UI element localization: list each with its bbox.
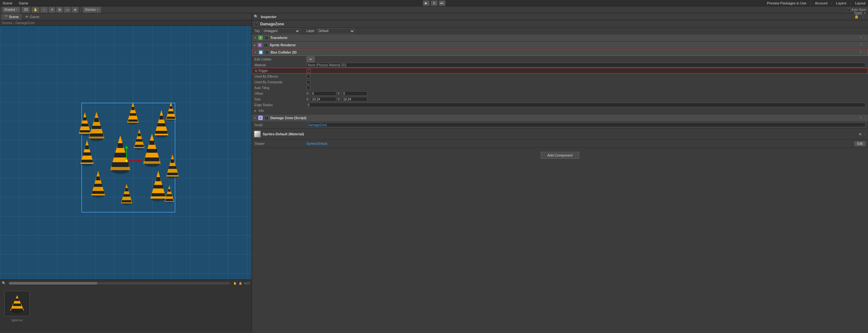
svg-marker-24	[155, 131, 168, 134]
transform-icon: T	[258, 35, 263, 40]
layers-menu[interactable]: Layers	[835, 1, 848, 5]
is-trigger-checkbox[interactable]	[307, 69, 311, 72]
transform-help-btn[interactable]: ?	[860, 36, 862, 40]
info-row[interactable]: ▶ Info	[252, 108, 868, 114]
pause-button[interactable]: ⏸	[431, 0, 438, 6]
offset-x-input[interactable]	[311, 91, 336, 96]
size-y-input[interactable]	[342, 97, 367, 101]
static-dropdown[interactable]: ▼	[864, 12, 866, 14]
edge-radius-input[interactable]	[306, 103, 865, 107]
rotate-tool[interactable]: ↺	[49, 7, 56, 13]
offset-y-input[interactable]	[342, 91, 367, 96]
layer-select[interactable]: Default	[317, 29, 355, 34]
rect-tool[interactable]: ▭	[64, 7, 71, 13]
gizmos-dropdown[interactable]: Gizmos ▼	[83, 7, 101, 13]
panel-lock-btn[interactable]: ⋮	[245, 14, 250, 19]
damage-zone-expand-icon: ▼	[254, 117, 256, 119]
damage-zone-help-btn[interactable]: ?	[860, 116, 862, 120]
dimension-toggle[interactable]: 2D	[22, 7, 30, 13]
used-by-composite-row: Used By Composite	[252, 79, 868, 85]
damage-zone-body: Script DamageZone	[252, 121, 868, 128]
box-collider-2d-header[interactable]: ▼ ⬜ Box Collider 2D ? ⋮	[252, 49, 868, 56]
svg-marker-10	[149, 141, 155, 145]
svg-marker-84	[11, 309, 23, 310]
transform-enabled-checkbox[interactable]	[265, 36, 269, 40]
shading-arrow: ▼	[16, 8, 18, 11]
scene-bottom-bar: 🔍 ✋ 🔒 ⊕23	[0, 279, 252, 286]
material-thumb	[254, 130, 261, 138]
preview-packages-menu[interactable]: Preview Packages in Use	[766, 1, 808, 5]
svg-marker-69	[166, 117, 175, 119]
transform-component-header[interactable]: ▼ T Transform ? ⋮	[252, 34, 868, 41]
sprite-renderer-expand-icon: ▶	[254, 44, 256, 47]
shader-edit-btn[interactable]: Edit	[855, 141, 865, 146]
move-tool[interactable]: ✋	[31, 7, 40, 13]
object-enabled-checkbox[interactable]	[254, 22, 258, 26]
script-ref[interactable]: DamageZone	[306, 123, 865, 127]
damage-zone-menu-btn[interactable]: ⋮	[863, 116, 866, 120]
transform-tool[interactable]: ⊕	[72, 7, 79, 13]
auto-tiling-row: Auto Tiling	[252, 85, 868, 91]
svg-marker-49	[81, 160, 93, 162]
account-menu[interactable]: Account	[813, 1, 829, 5]
viewport[interactable]	[0, 26, 252, 279]
svg-marker-4	[114, 153, 127, 157]
svg-marker-16	[94, 118, 99, 122]
sprite-renderer-title: Sprite Renderer	[270, 43, 296, 47]
menu-scene[interactable]: Scene	[1, 1, 13, 5]
material-component-title: Sprites-Default (Material)	[263, 132, 304, 136]
top-menubar: Scene Game ▶ ⏸ ⏭ Preview Packages in Use…	[0, 0, 868, 6]
tag-select[interactable]: Untagged	[262, 29, 300, 34]
svg-marker-44	[167, 173, 178, 175]
damage-zone-enabled-checkbox[interactable]	[265, 116, 269, 120]
material-component-right: ◉ ⋮	[859, 132, 866, 135]
shader-value[interactable]: Sprites/Default	[306, 142, 853, 145]
damage-zone-header[interactable]: ▼ # Damage Zone (Script) ? ⋮	[252, 114, 868, 121]
layer-label: Layer	[306, 29, 314, 33]
static-label: Static	[854, 11, 863, 15]
step-button[interactable]: ⏭	[439, 0, 445, 6]
add-component-btn[interactable]: Add Component	[540, 152, 579, 159]
svg-marker-47	[85, 145, 89, 149]
inspector-title: Inspector	[261, 15, 277, 19]
sprite-renderer-help-btn[interactable]: ?	[860, 43, 862, 47]
sprite-renderer-menu-btn[interactable]: ⋮	[863, 43, 866, 47]
transform-header-right: ? ⋮	[860, 36, 866, 40]
box-collider-icon: ⬜	[258, 50, 263, 55]
size-row: Size X Y	[252, 96, 868, 102]
material-menu-btn[interactable]: ⋮	[863, 132, 866, 135]
scale-tool[interactable]: ⊞	[56, 7, 63, 13]
damage-zone-title: Damage Zone (Script)	[270, 116, 306, 120]
hand-tool[interactable]: ↔	[40, 7, 48, 13]
auto-save-checkbox[interactable]	[847, 8, 850, 12]
damage-zone-script-component: ▼ # Damage Zone (Script) ? ⋮ Script Dama…	[252, 114, 868, 129]
tab-scene[interactable]: 🎬 Scene	[1, 13, 22, 20]
box-collider-menu-btn[interactable]: ⋮	[863, 51, 866, 54]
size-x-field: X	[306, 97, 336, 101]
layout-menu[interactable]: Layout	[854, 1, 867, 5]
used-by-effector-checkbox[interactable]	[306, 74, 310, 78]
material-value[interactable]: None (Physics Material 2D)	[306, 63, 865, 67]
tab-game[interactable]: 🎮 Game	[22, 13, 42, 20]
menubar-right: Preview Packages in Use | Account | Laye…	[766, 1, 867, 5]
used-by-composite-label: Used By Composite	[254, 81, 305, 84]
used-by-composite-checkbox[interactable]	[306, 80, 310, 84]
box-collider-enabled-checkbox[interactable]	[265, 50, 269, 54]
material-toggle[interactable]: ◉	[859, 132, 862, 135]
size-x-input[interactable]	[311, 97, 336, 101]
breadcrumb-object[interactable]: DamageZone	[16, 21, 35, 25]
shading-dropdown[interactable]: Shaded ▼	[2, 7, 20, 13]
size-x-label: X	[306, 98, 310, 101]
auto-tiling-checkbox[interactable]	[306, 86, 310, 90]
breadcrumb-scenes[interactable]: Scenes	[2, 21, 12, 25]
svg-marker-74	[165, 199, 173, 201]
transform-menu-btn[interactable]: ⋮	[863, 36, 866, 40]
box-collider-help-btn[interactable]: ?	[860, 51, 861, 54]
svg-marker-59	[80, 130, 90, 132]
sprite-renderer-header[interactable]: ▶ S Sprite Renderer ? ⋮	[252, 41, 868, 49]
edit-collider-btn[interactable]: ✏	[306, 56, 315, 62]
inspector-panel: 🔍 Inspector 🔒 ⋮ DamageZone Tag Untagged …	[252, 13, 868, 332]
sprite-renderer-enabled-checkbox[interactable]	[264, 43, 268, 47]
menu-game[interactable]: Game	[18, 1, 29, 5]
play-button[interactable]: ▶	[423, 0, 430, 6]
